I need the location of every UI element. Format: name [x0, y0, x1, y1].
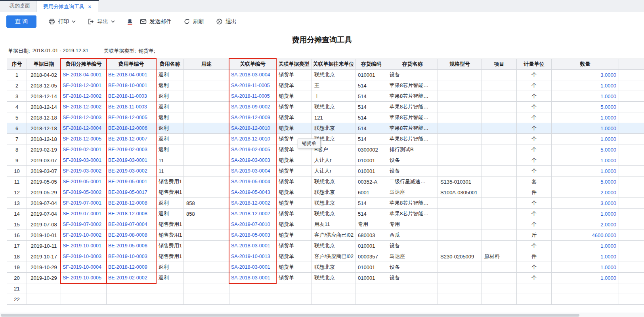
doc-link[interactable]: SA-2018-03-0001	[229, 241, 276, 251]
column-header[interactable]: 存货编码	[355, 59, 387, 70]
column-header[interactable]: 单据日期	[27, 59, 61, 70]
table-row[interactable]: 142019-07-04SF-2019-07-0001BE-2018-12-00…	[7, 209, 644, 219]
stamp-button[interactable]	[127, 19, 133, 25]
column-header[interactable]: 项目	[482, 59, 517, 70]
table-row[interactable]: 122019-05-29SF-2019-05-0002BE-2019-05-00…	[7, 187, 644, 198]
doc-link[interactable]: BE-2018-12-0009	[107, 262, 156, 273]
doc-link[interactable]: SA-2019-05-0004	[229, 177, 276, 187]
doc-link[interactable]: SF-2018-12-0003	[61, 112, 107, 123]
doc-link[interactable]: BE-2019-10-0003	[107, 251, 156, 262]
doc-link[interactable]: BE-2018-04-0001	[107, 70, 156, 80]
table-row[interactable]: 12018-04-02SF-2018-04-0001BE-2018-04-000…	[7, 70, 644, 80]
doc-link[interactable]: SA-2018-05-0003	[229, 230, 276, 241]
doc-link[interactable]: SA-2018-03-0001	[229, 273, 276, 283]
doc-link[interactable]: SF-2018-12-0004	[61, 123, 107, 134]
doc-link[interactable]: BE-2018-12-0005	[107, 112, 156, 123]
table-row[interactable]: 102019-03-07SF-2019-03-0002BE-2019-03-00…	[7, 166, 644, 177]
doc-link[interactable]: BE-2018-11-0003	[107, 102, 156, 112]
table-row[interactable]: 162019-10-01SF-2019-10-0002BE-2019-08-00…	[7, 230, 644, 241]
doc-link[interactable]: SF-2018-12-0002	[61, 91, 107, 102]
doc-link[interactable]: SA-2018-12-0010	[229, 123, 276, 134]
doc-link[interactable]: SF-2019-10-0005	[61, 273, 107, 283]
doc-link[interactable]: SF-2019-10-0001	[61, 241, 107, 251]
column-header[interactable]: 用途	[184, 59, 229, 70]
doc-link[interactable]: SF-2019-07-0002	[61, 219, 107, 230]
column-header[interactable]: 关联单据类型	[276, 59, 312, 70]
table-row[interactable]: 132019-07-04SF-2019-07-0001BE-2018-12-00…	[7, 198, 644, 209]
table-row[interactable]: 202019-10-29SF-2019-10-0005BE-2019-02-00…	[7, 273, 644, 283]
doc-link[interactable]: SF-2019-05-0002	[61, 187, 107, 198]
doc-link[interactable]: BE-2019-05-0017	[107, 187, 156, 198]
doc-link[interactable]: BE-2019-05-0006	[107, 241, 156, 251]
doc-link[interactable]: SA-2018-12-0002	[229, 198, 276, 209]
doc-link[interactable]: SA-2018-11-0005	[229, 91, 276, 102]
doc-link[interactable]: SA-2018-12-0010	[229, 134, 276, 144]
column-header[interactable]: 费用分摊单编号	[61, 59, 107, 70]
column-header[interactable]: 序号	[7, 59, 27, 70]
doc-link[interactable]: SA-2019-03-0003	[229, 155, 276, 166]
table-row[interactable]: 92019-03-07SF-2019-03-0001BE-2019-03-000…	[7, 155, 644, 166]
doc-link[interactable]: SF-2019-07-0001	[61, 209, 107, 219]
doc-link[interactable]: SA-2018-12-0009	[229, 112, 276, 123]
column-header[interactable]: 关联单据往来单位	[312, 59, 355, 70]
doc-link[interactable]: SF-2018-12-0001	[61, 80, 107, 91]
column-header[interactable]: 存货名称	[387, 59, 438, 70]
query-button[interactable]: 查 询	[6, 15, 36, 28]
export-button[interactable]: 导出	[88, 18, 115, 25]
table-row[interactable]: 182019-10-17SF-2019-10-0003BE-2019-10-00…	[7, 251, 644, 262]
doc-link[interactable]: BE-2018-12-0006	[107, 123, 156, 134]
doc-link[interactable]: BE-2019-02-0003	[107, 144, 156, 155]
refresh-button[interactable]: 刷新	[183, 18, 204, 25]
table-row[interactable]: 52018-12-18SF-2018-12-0003BE-2018-12-000…	[7, 112, 644, 123]
doc-link[interactable]: SA-2018-11-0005	[229, 80, 276, 91]
horizontal-scrollbar[interactable]	[0, 313, 644, 317]
doc-link[interactable]: SA-2018-09-0002	[229, 102, 276, 112]
table-row[interactable]: 42018-12-14SF-2018-12-0002BE-2018-11-000…	[7, 102, 644, 112]
table-row[interactable]: 112019-05-05SF-2019-05-0001BE-2019-05-00…	[7, 177, 644, 187]
send-mail-button[interactable]: 发送邮件	[140, 18, 172, 25]
doc-link[interactable]: BE-2018-11-0003	[107, 91, 156, 102]
doc-link[interactable]: SF-2019-03-0001	[61, 155, 107, 166]
table-row[interactable]: 152019-07-08SF-2019-07-0002BE-2019-07-00…	[7, 219, 644, 230]
scrollbar-thumb[interactable]	[1, 314, 579, 317]
doc-link[interactable]: BE-2019-05-0001	[107, 177, 156, 187]
column-header[interactable]: 费用名称	[156, 59, 184, 70]
table-row[interactable]: 62018-12-18SF-2018-12-0004BE-2018-12-000…	[7, 123, 644, 134]
column-header[interactable]: 规格型号	[438, 59, 482, 70]
doc-link[interactable]: SF-2019-07-0001	[61, 198, 107, 209]
table-row[interactable]: 22018-12-05SF-2018-12-0001BE-2018-10-000…	[7, 80, 644, 91]
doc-link[interactable]: BE-2019-02-0002	[107, 273, 156, 283]
column-header[interactable]: 计量单位	[517, 59, 552, 70]
table-row[interactable]: 21	[7, 283, 644, 294]
doc-link[interactable]: SA-2018-03-0004	[229, 70, 276, 80]
doc-link[interactable]: SF-2019-10-0004	[61, 262, 107, 273]
doc-link[interactable]: BE-2019-07-0004	[107, 219, 156, 230]
column-header[interactable]: 关联单编号	[229, 59, 276, 70]
doc-link[interactable]: SF-2019-05-0001	[61, 177, 107, 187]
table-row[interactable]: 32018-12-14SF-2018-12-0002BE-2018-11-000…	[7, 91, 644, 102]
doc-link[interactable]: SA-2019-07-0010	[229, 219, 276, 230]
tab-my-desktop[interactable]: 我的桌面	[3, 0, 36, 12]
doc-link[interactable]: SA-2018-12-0002	[229, 209, 276, 219]
doc-link[interactable]: SF-2019-10-0003	[61, 251, 107, 262]
doc-link[interactable]: SF-2019-10-0002	[61, 230, 107, 241]
doc-link[interactable]: SF-2018-12-0005	[61, 134, 107, 144]
doc-link[interactable]: BE-2019-03-0001	[107, 155, 156, 166]
close-icon[interactable]: ×	[88, 4, 92, 9]
column-header[interactable]: 费用单编号	[107, 59, 156, 70]
doc-link[interactable]: SF-2019-03-0002	[61, 166, 107, 177]
doc-link[interactable]: BE-2019-08-0008	[107, 230, 156, 241]
print-button[interactable]: 打印	[48, 18, 76, 25]
doc-link[interactable]: SA-2019-10-0013	[229, 251, 276, 262]
doc-link[interactable]: SF-2018-04-0001	[61, 70, 107, 80]
doc-link[interactable]: SA-2019-03-0004	[229, 166, 276, 177]
doc-link[interactable]: BE-2018-12-0008	[107, 209, 156, 219]
table-row[interactable]: 192019-10-29SF-2019-10-0004BE-2018-12-00…	[7, 262, 644, 273]
table-row[interactable]: 72018-12-18SF-2018-12-0005BE-2018-12-000…	[7, 134, 644, 144]
tab-expense-allocation-tool[interactable]: 费用分摊查询工具 ×	[36, 0, 98, 12]
doc-link[interactable]: BE-2018-12-0008	[107, 198, 156, 209]
table-row[interactable]: 172019-10-11SF-2019-10-0001BE-2019-05-00…	[7, 241, 644, 251]
doc-link[interactable]: BE-2018-10-0001	[107, 80, 156, 91]
doc-link[interactable]: BE-2018-12-0007	[107, 134, 156, 144]
exit-button[interactable]: 退出	[216, 18, 237, 25]
